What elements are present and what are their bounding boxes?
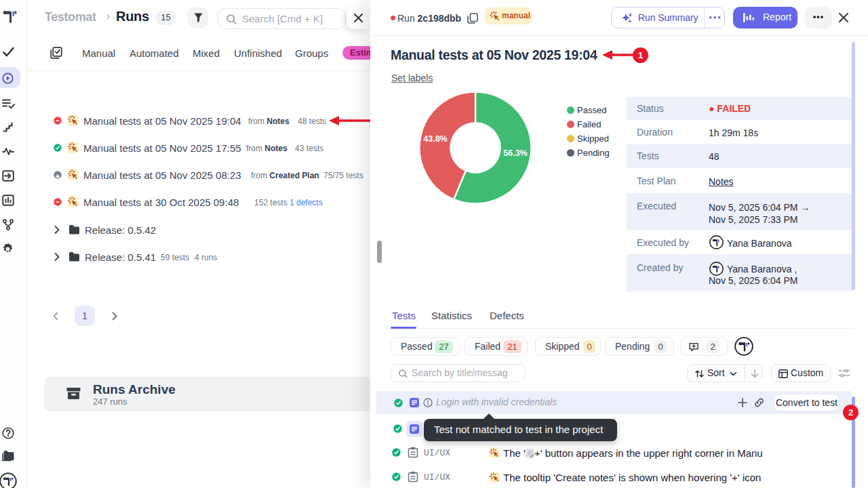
svg-text:43.8%: 43.8% xyxy=(423,134,447,144)
svg-text:56.3%: 56.3% xyxy=(503,148,527,158)
